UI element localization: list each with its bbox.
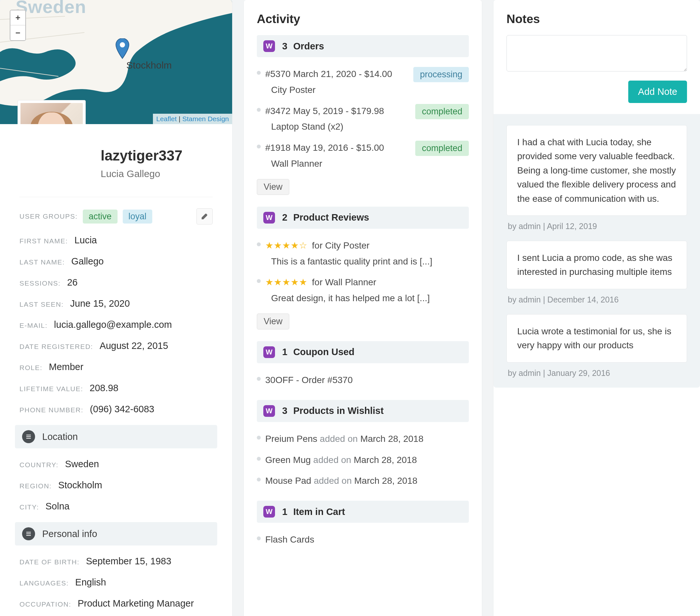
star-rating-icon: ★★★★☆ bbox=[265, 241, 308, 250]
last-seen-value: June 15, 2020 bbox=[70, 298, 130, 309]
note-card: I sent Lucia a promo code, as she was in… bbox=[507, 241, 687, 289]
languages-label: LANGUAGES: bbox=[20, 579, 69, 587]
pencil-icon bbox=[201, 213, 208, 220]
cart-label: Item in Cart bbox=[293, 506, 345, 517]
bullet-icon bbox=[257, 436, 261, 440]
order-item: #5370 March 21, 2020 - $14.00City Poster… bbox=[257, 64, 469, 101]
leaflet-link[interactable]: Leaflet bbox=[156, 115, 177, 123]
last-name-value: Gallego bbox=[71, 256, 103, 267]
review-text: Great design, it has helped me a lot [..… bbox=[271, 291, 469, 306]
wishlist-date: March 28, 2018 bbox=[360, 434, 424, 444]
woo-icon: W bbox=[263, 212, 275, 223]
stamen-link[interactable]: Stamen Design bbox=[182, 115, 229, 123]
user-avatar bbox=[21, 103, 83, 124]
coupon-item: 30OFF - Order #5370 bbox=[257, 370, 469, 391]
wishlist-item: Green Mug added on March 28, 2018 bbox=[257, 449, 469, 471]
list-icon bbox=[26, 532, 31, 536]
note-input[interactable] bbox=[507, 35, 687, 72]
user-groups-label: USER GROUPS: bbox=[20, 212, 78, 220]
email-label: E-MAIL: bbox=[20, 322, 47, 330]
wishlist-count: 3 bbox=[282, 405, 287, 416]
personal-section-header: Personal info bbox=[15, 522, 217, 545]
activity-panel: Activity W 3 Orders #5370 March 21, 2020… bbox=[244, 0, 482, 616]
review-text: This is a fantastic quality print and is… bbox=[271, 255, 469, 269]
phone-value: (096) 342-6083 bbox=[90, 404, 154, 415]
wishlist-date: March 28, 2018 bbox=[353, 455, 417, 465]
occupation-label: OCCUPATION: bbox=[20, 600, 71, 608]
occupation-value: Product Marketing Manager bbox=[78, 598, 194, 609]
edit-groups-button[interactable] bbox=[197, 208, 213, 224]
star-rating-icon: ★★★★★ bbox=[265, 277, 308, 287]
review-item: ★★★★☆ for City Poster This is a fantasti… bbox=[257, 235, 469, 272]
region-label: REGION: bbox=[20, 482, 52, 490]
wishlist-header: W 3 Products in Wishlist bbox=[257, 400, 469, 422]
bullet-icon bbox=[257, 242, 261, 246]
wishlist-added-on: added on bbox=[311, 455, 353, 465]
map-country-label: Sweden bbox=[16, 0, 86, 17]
wishlist-added-on: added on bbox=[311, 476, 354, 486]
note-card: I had a chat with Lucia today, she provi… bbox=[507, 125, 687, 216]
wishlist-product: Green Mug bbox=[265, 455, 311, 465]
view-orders-button[interactable]: View bbox=[257, 179, 289, 195]
city-label: CITY: bbox=[20, 503, 39, 511]
orders-header: W 3 Orders bbox=[257, 35, 469, 57]
order-status-badge: completed bbox=[415, 141, 469, 156]
cart-text: Flash Cards bbox=[265, 532, 469, 547]
order-item: #1918 May 19, 2016 - $15.00Wall Planner … bbox=[257, 137, 469, 174]
user-fullname: Lucia Gallego bbox=[101, 168, 217, 179]
notes-title: Notes bbox=[507, 12, 687, 26]
last-seen-label: LAST SEEN: bbox=[20, 300, 64, 308]
coupon-label: Coupon Used bbox=[293, 347, 354, 357]
note-meta: by admin | December 14, 2016 bbox=[508, 295, 686, 305]
sessions-value: 26 bbox=[67, 277, 78, 288]
registered-value: August 22, 2015 bbox=[100, 341, 168, 351]
orders-count: 3 bbox=[282, 41, 287, 52]
country-value: Sweden bbox=[65, 459, 99, 469]
ltv-value: 208.98 bbox=[90, 383, 118, 393]
cart-header: W 1 Item in Cart bbox=[257, 501, 469, 523]
woo-icon: W bbox=[263, 405, 275, 417]
cart-count: 1 bbox=[282, 506, 287, 517]
wishlist-item: Preium Pens added on March 28, 2018 bbox=[257, 429, 469, 449]
review-for: for Wall Planner bbox=[309, 277, 376, 287]
ltv-label: LIFETIME VALUE: bbox=[20, 385, 83, 393]
phone-label: PHONE NUMBER: bbox=[20, 406, 84, 414]
coupon-header: W 1 Coupon Used bbox=[257, 341, 469, 363]
order-line1: #1918 May 19, 2016 - $15.00 bbox=[265, 141, 411, 155]
wishlist-product: Preium Pens bbox=[265, 434, 317, 444]
location-section-header: Location bbox=[15, 425, 217, 448]
wishlist-label: Products in Wishlist bbox=[293, 405, 384, 416]
map-attribution: Leaflet | Stamen Design bbox=[153, 114, 232, 124]
order-status-badge: processing bbox=[413, 67, 469, 82]
order-line2: City Poster bbox=[271, 83, 409, 97]
map-city-label: Stockholm bbox=[126, 60, 172, 71]
last-name-label: LAST NAME: bbox=[20, 258, 65, 266]
svg-point-1 bbox=[120, 42, 125, 47]
bullet-icon bbox=[257, 279, 261, 283]
woo-icon: W bbox=[263, 506, 275, 518]
profile-panel: Sweden Stockholm + − Leaflet | Stamen De… bbox=[0, 0, 232, 616]
view-reviews-button[interactable]: View bbox=[257, 313, 289, 330]
zoom-out-button[interactable]: − bbox=[10, 25, 25, 40]
woo-icon: W bbox=[263, 40, 275, 52]
wishlist-date: March 28, 2018 bbox=[354, 476, 417, 486]
languages-value: English bbox=[75, 577, 106, 588]
reviews-label: Product Reviews bbox=[293, 212, 369, 223]
role-label: ROLE: bbox=[20, 364, 42, 372]
order-item: #3472 May 5, 2019 - $179.98Laptop Stand … bbox=[257, 101, 469, 138]
email-value: lucia.gallego@example.com bbox=[54, 319, 172, 330]
bullet-icon bbox=[257, 71, 261, 75]
region-value: Stockholm bbox=[58, 480, 102, 491]
zoom-in-button[interactable]: + bbox=[10, 10, 25, 25]
add-note-button[interactable]: Add Note bbox=[628, 81, 687, 103]
location-title: Location bbox=[42, 431, 78, 442]
activity-title: Activity bbox=[257, 12, 469, 26]
order-status-badge: completed bbox=[415, 104, 469, 119]
username: lazytiger337 bbox=[101, 148, 217, 164]
cart-item: Flash Cards bbox=[257, 529, 469, 550]
sessions-label: SESSIONS: bbox=[20, 280, 61, 287]
location-map[interactable]: Sweden Stockholm + − Leaflet | Stamen De… bbox=[0, 0, 232, 124]
avatar-frame bbox=[17, 100, 86, 124]
review-item: ★★★★★ for Wall Planner Great design, it … bbox=[257, 272, 469, 309]
bullet-icon bbox=[257, 108, 261, 112]
